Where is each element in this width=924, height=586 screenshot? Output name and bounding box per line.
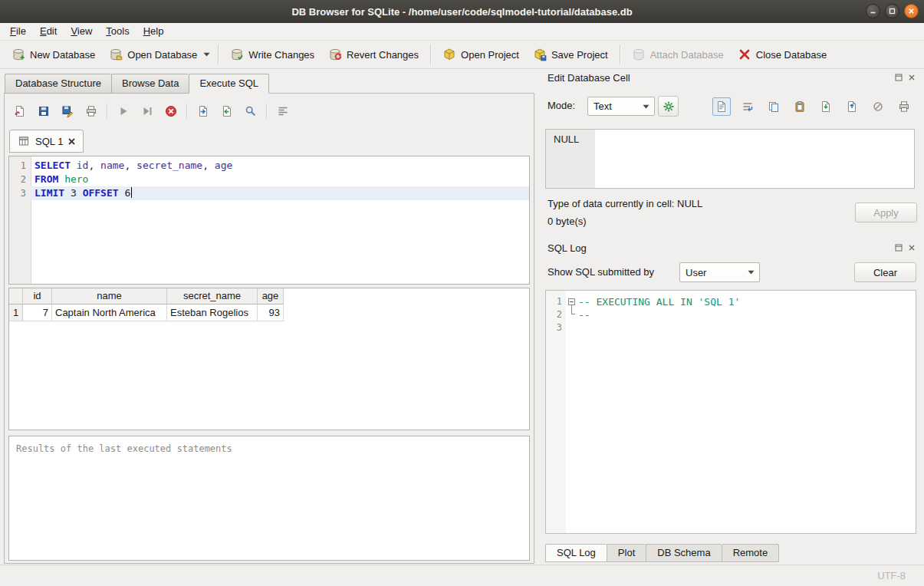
tab-browse-data[interactable]: Browse Data <box>111 74 189 94</box>
close-database-button[interactable]: Close Database <box>731 44 834 65</box>
results-grid-header: idnamesecret_nameage <box>9 288 529 305</box>
log-filter-value: User <box>686 267 706 278</box>
print-cell-icon <box>898 100 910 113</box>
print-button[interactable] <box>81 101 101 122</box>
close-button[interactable] <box>904 4 919 18</box>
open-database-button[interactable]: Open Database <box>102 44 204 65</box>
revert-changes-button[interactable]: Revert Changes <box>321 44 426 65</box>
execute-line-button[interactable] <box>136 101 157 122</box>
line-number: 1 <box>9 159 31 173</box>
dock-tab-sql-log[interactable]: SQL Log <box>545 544 607 562</box>
cell-size-text: 0 byte(s) <box>547 216 587 227</box>
row-number-cell[interactable]: 1 <box>9 305 23 321</box>
write-changes-button[interactable]: Write Changes <box>223 44 321 65</box>
cell-name[interactable]: Captain North America <box>52 305 167 321</box>
print-cell-button[interactable] <box>895 97 913 116</box>
stop-button[interactable] <box>160 101 181 122</box>
save-project-button[interactable]: Save Project <box>526 44 615 65</box>
format-sql-button[interactable] <box>272 101 293 122</box>
grid-corner-cell[interactable] <box>9 288 23 305</box>
toolbar-separator <box>218 44 219 64</box>
execute-sql-panel: SQL 1 1SELECT id, name, secret_name, age… <box>4 93 534 564</box>
tab-database-structure[interactable]: Database Structure <box>5 74 111 94</box>
dock-tab-db-schema[interactable]: DB Schema <box>646 544 721 562</box>
word-wrap-button[interactable] <box>738 97 757 116</box>
import-button[interactable] <box>817 97 835 116</box>
attach-database-button[interactable]: Attach Database <box>625 44 731 65</box>
close-database-icon <box>738 48 751 61</box>
editor-line-text: FROM hero <box>31 173 529 186</box>
menu-file[interactable]: File <box>3 23 33 40</box>
open-database-icon <box>109 48 123 61</box>
cell-editor[interactable]: NULL <box>545 129 915 189</box>
column-header-age[interactable]: age <box>258 288 284 305</box>
edit-cell-close-icon[interactable] <box>907 73 916 82</box>
sql-log-close-icon[interactable] <box>907 243 916 252</box>
execute-all-button[interactable] <box>113 101 133 122</box>
open-sql-file-button[interactable] <box>9 101 30 122</box>
export-sql-button[interactable] <box>192 101 213 122</box>
export-button[interactable] <box>843 97 861 116</box>
fold-margin <box>566 308 578 321</box>
apply-button[interactable]: Apply <box>855 202 917 222</box>
set-null-button[interactable] <box>869 97 887 116</box>
titlebar[interactable]: DB Browser for SQLite - /home/user/code/… <box>0 0 924 23</box>
clear-log-button[interactable]: Clear <box>854 262 916 282</box>
cell-type-text: Type of data currently in cell: NULL <box>547 198 702 209</box>
text-mode-button[interactable] <box>712 97 731 116</box>
editor-line[interactable]: 3LIMIT 3 OFFSET 6 <box>9 186 529 200</box>
text-mode-icon <box>715 100 728 113</box>
minimize-button[interactable] <box>866 4 880 18</box>
save-sql-as-icon <box>61 105 74 117</box>
sql-log-title: SQL Log <box>545 242 587 254</box>
dock-tab-bar: SQL LogPlotDB SchemaRemote <box>545 544 779 562</box>
menu-view[interactable]: View <box>64 23 99 40</box>
button-label: Open Project <box>461 49 519 61</box>
open-database-menu-button[interactable] <box>201 44 212 65</box>
new-database-button[interactable]: New Database <box>5 44 102 65</box>
fold-collapse-icon[interactable] <box>566 295 578 308</box>
log-line[interactable]: 2-- <box>546 308 916 321</box>
log-line[interactable]: 3 <box>546 321 916 334</box>
cell-content: NULL <box>554 133 579 145</box>
find-replace-button[interactable] <box>240 101 261 122</box>
cell-editor-toolbar <box>712 97 913 116</box>
menu-tools[interactable]: Tools <box>99 23 136 40</box>
sql-log-float-icon[interactable] <box>894 243 903 252</box>
cell-secret-name[interactable]: Esteban Rogelios <box>167 305 258 321</box>
sql-editor[interactable]: 1SELECT id, name, secret_name, age2FROM … <box>8 156 530 285</box>
import-sql-button[interactable] <box>216 101 237 122</box>
log-filter-combobox[interactable]: User <box>679 262 760 282</box>
sql-log-view[interactable]: 1-- EXECUTING ALL IN 'SQL 1'2--3 <box>545 290 916 534</box>
mode-combobox[interactable]: Text <box>587 97 655 116</box>
column-header-id[interactable]: id <box>23 288 52 305</box>
tab-execute-sql[interactable]: Execute SQL <box>189 74 269 94</box>
cell-id[interactable]: 7 <box>23 305 52 321</box>
column-header-secret-name[interactable]: secret_name <box>167 288 258 305</box>
button-label: Close Database <box>756 49 827 61</box>
sql-file-tab[interactable]: SQL 1 <box>9 130 84 153</box>
dock-tab-plot[interactable]: Plot <box>607 544 646 562</box>
editor-line[interactable]: 1SELECT id, name, secret_name, age <box>9 159 529 173</box>
apply-format-button[interactable] <box>658 96 679 117</box>
paste-button[interactable] <box>791 97 809 116</box>
column-header-name[interactable]: name <box>52 288 167 305</box>
copy-button[interactable] <box>765 97 783 116</box>
save-sql-file-button[interactable] <box>33 101 54 122</box>
save-sql-as-button[interactable] <box>57 101 77 122</box>
toolbar-separator <box>186 104 187 119</box>
log-line[interactable]: 1-- EXECUTING ALL IN 'SQL 1' <box>546 295 916 308</box>
sql-tab-close-icon[interactable] <box>68 138 75 145</box>
results-grid: idnamesecret_nameage 17Captain North Ame… <box>8 288 530 430</box>
menu-help[interactable]: Help <box>136 23 171 40</box>
edit-cell-header: Edit Database Cell <box>545 71 916 84</box>
save-sql-file-icon <box>38 105 50 117</box>
editor-line[interactable]: 2FROM hero <box>9 173 529 186</box>
execute-line-icon <box>141 105 153 117</box>
open-project-button[interactable]: Open Project <box>436 44 526 65</box>
maximize-button[interactable] <box>885 4 899 18</box>
dock-tab-remote[interactable]: Remote <box>722 544 780 562</box>
menu-edit[interactable]: Edit <box>33 23 64 40</box>
edit-cell-float-icon[interactable] <box>894 73 903 82</box>
cell-age[interactable]: 93 <box>258 305 284 321</box>
